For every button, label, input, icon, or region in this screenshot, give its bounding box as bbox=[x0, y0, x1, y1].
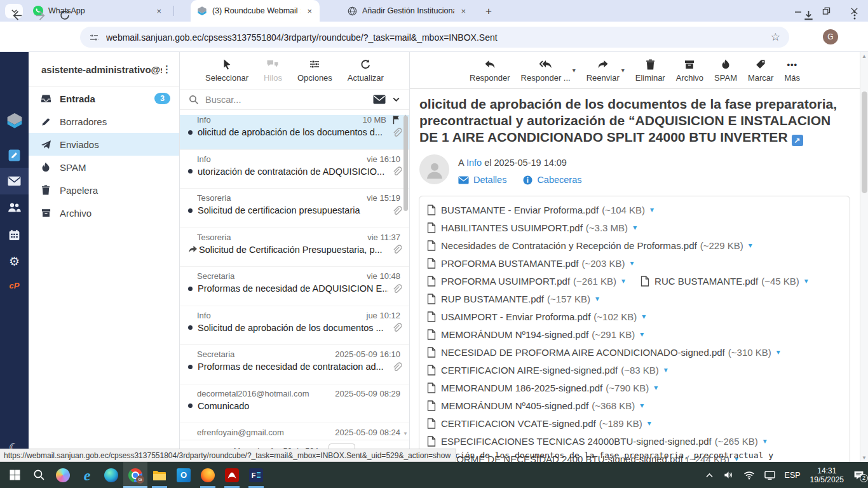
tray-expand-icon[interactable] bbox=[705, 472, 714, 478]
mail-nav-button[interactable] bbox=[0, 168, 29, 194]
url-text[interactable]: webmail.sanjuan.gob.ec/cpsess3137551804/… bbox=[106, 32, 764, 43]
content-scrollbar-thumb[interactable] bbox=[862, 92, 867, 193]
attachment-item[interactable]: PROFORMA BUSTAMANTE.pdf(~203 KB)▾ bbox=[427, 254, 634, 272]
attachment-menu-caret-icon[interactable]: ▾ bbox=[621, 276, 625, 285]
clock[interactable]: 14:3119/5/2025 bbox=[810, 466, 844, 484]
message-row[interactable]: Tesoreriavie 15:19Solicitud de certifica… bbox=[180, 193, 409, 228]
attachment-item[interactable]: CERTIFICACION VCATE-signed.pdf(~189 KB)▾ bbox=[427, 414, 651, 432]
folder-item-entrada[interactable]: Entrada3 bbox=[29, 87, 179, 110]
account-menu-button[interactable]: ⋮ bbox=[162, 64, 172, 75]
scroll-up-icon[interactable]: ▲ bbox=[862, 53, 867, 59]
list-scrollbar-thumb[interactable] bbox=[403, 116, 408, 211]
folder-item-papelera[interactable]: Papelera bbox=[29, 179, 179, 201]
mail-toolbar-más-button[interactable]: •••Más bbox=[784, 58, 800, 83]
tab-close-icon[interactable]: × bbox=[306, 6, 313, 16]
copilot-button[interactable] bbox=[51, 462, 75, 488]
content-scrollbar[interactable]: ▲ ▼ bbox=[860, 52, 868, 462]
chrome-button[interactable]: G bbox=[123, 462, 147, 488]
attachment-item[interactable]: BUSTAMANTE - Enviar Proforma.pdf(~104 KB… bbox=[427, 201, 654, 219]
select-button[interactable]: Seleccionar bbox=[205, 58, 248, 83]
acrobat-button[interactable] bbox=[220, 462, 244, 488]
compose-button[interactable] bbox=[0, 142, 29, 168]
message-row[interactable]: Secretariavie 10:48Proformas de necesida… bbox=[180, 271, 409, 306]
calendar-nav-button[interactable] bbox=[0, 222, 29, 248]
reload-button[interactable] bbox=[56, 6, 74, 24]
cpanel-button[interactable]: cP bbox=[0, 273, 29, 298]
attachment-menu-caret-icon[interactable]: ▾ bbox=[804, 276, 808, 285]
outlook-button[interactable]: O bbox=[172, 462, 196, 488]
attachment-item[interactable]: MEMORANDUM 186-2025-signed.pdf(~790 KB)▾ bbox=[427, 379, 658, 396]
tab-gestion[interactable]: Añadir Gestión Institucional | Pa × bbox=[341, 0, 473, 22]
bookmark-star-icon[interactable]: ☆ bbox=[771, 32, 780, 43]
recipient-link[interactable]: Info bbox=[466, 158, 482, 168]
scroll-down-icon[interactable]: ▼ bbox=[862, 455, 867, 461]
mail-toolbar-responder-button[interactable]: Responder ... bbox=[521, 58, 571, 83]
attachment-menu-caret-icon[interactable]: ▾ bbox=[640, 401, 644, 410]
wifi-icon[interactable] bbox=[743, 471, 755, 480]
fapp-button[interactable]: F bbox=[244, 462, 268, 488]
attachment-menu-caret-icon[interactable]: ▾ bbox=[654, 383, 658, 392]
external-link-icon[interactable]: ↗ bbox=[792, 135, 803, 146]
attachment-menu-caret-icon[interactable]: ▾ bbox=[640, 330, 644, 339]
attachment-menu-caret-icon[interactable]: ▾ bbox=[648, 419, 651, 428]
attachment-item[interactable]: CERTIFICACION AIRE-signed-signed.pdf(~83… bbox=[427, 361, 668, 379]
mail-toolbar-responder-button[interactable]: Responder bbox=[470, 58, 510, 83]
settings-nav-button[interactable]: ⚙ bbox=[0, 248, 29, 274]
message-row[interactable]: Info10 MBolicitud de aprobación de los d… bbox=[180, 115, 409, 150]
message-row[interactable]: Infojue 10:12Solicitud de aprobación de … bbox=[180, 311, 409, 346]
browser-menu-button[interactable] bbox=[846, 6, 864, 24]
attachment-item[interactable]: RUP BUSTAMANTE.pdf(~157 KB)▾ bbox=[427, 290, 599, 308]
attachment-menu-caret-icon[interactable]: ▾ bbox=[595, 294, 599, 303]
mail-toolbar-eliminar-button[interactable]: Eliminar bbox=[635, 58, 665, 83]
internet-explorer-button[interactable]: e bbox=[75, 462, 99, 488]
downloads-button[interactable] bbox=[799, 6, 817, 24]
url-bar[interactable]: webmail.sanjuan.gob.ec/cpsess3137551804/… bbox=[80, 27, 789, 48]
file-explorer-button[interactable] bbox=[147, 462, 172, 488]
attachment-item[interactable]: PROFORMA USUIMPORT.pdf(~261 KB)▾ bbox=[427, 272, 625, 290]
mail-toolbar-archivo-button[interactable]: Archivo bbox=[676, 58, 703, 83]
edge-button[interactable] bbox=[99, 462, 123, 488]
action-center-button[interactable]: 2 bbox=[853, 470, 864, 480]
search-input[interactable] bbox=[205, 95, 367, 105]
folder-item-spam[interactable]: SPAM bbox=[29, 156, 179, 179]
refresh-button[interactable]: Actualizar bbox=[348, 58, 384, 83]
scroll-down-icon[interactable]: ▼ bbox=[403, 431, 408, 437]
attachment-item[interactable]: NECESIDAD DE PROFORMA AIRE ACONDICIONADO… bbox=[427, 343, 780, 361]
attachment-item[interactable]: HABILITANTES USUIMPORT.pdf(~3.3 MB)▾ bbox=[427, 219, 637, 236]
connect-display-icon[interactable] bbox=[764, 470, 775, 480]
threads-button[interactable]: Hilos bbox=[264, 58, 282, 83]
search-scope-mail-icon[interactable] bbox=[373, 95, 386, 104]
tab-roundcube[interactable]: (3) Roundcube Webmail :: Envia × bbox=[191, 0, 320, 22]
attachment-item[interactable]: MEMORÁNDUM Nº405-signed.pdf(~368 KB)▾ bbox=[427, 396, 644, 414]
new-tab-button[interactable]: + bbox=[482, 4, 496, 18]
tab-close-icon[interactable]: × bbox=[459, 6, 467, 16]
attachment-menu-caret-icon[interactable]: ▾ bbox=[642, 312, 646, 321]
search-options-chevron-icon[interactable] bbox=[392, 95, 400, 104]
tab-close-icon[interactable]: × bbox=[155, 6, 163, 16]
mail-toolbar-spam-button[interactable]: SPAM bbox=[714, 58, 737, 83]
attachment-item[interactable]: USAIMPORT - Enviar Proforma.pdf(~102 KB)… bbox=[427, 308, 646, 325]
attachment-menu-caret-icon[interactable]: ▾ bbox=[664, 365, 668, 374]
details-link[interactable]: Detalles bbox=[458, 175, 506, 185]
attachment-item[interactable]: ESPECIFICACIONES TECNICAS 24000BTU-signe… bbox=[427, 432, 767, 450]
message-row[interactable]: decormetal2016@hotmail.com2025-05-09 08:… bbox=[180, 389, 409, 424]
headers-link[interactable]: Cabeceras bbox=[523, 175, 581, 185]
forward-button[interactable] bbox=[32, 6, 50, 24]
site-settings-icon[interactable] bbox=[89, 32, 99, 43]
attachment-menu-caret-icon[interactable]: ▾ bbox=[749, 241, 752, 250]
folder-item-archivo[interactable]: Archivo bbox=[29, 201, 179, 224]
attachment-item[interactable]: RUC BUSTAMANTE.pdf(~45 KB)▾ bbox=[641, 272, 808, 290]
attachment-menu-caret-icon[interactable]: ▾ bbox=[763, 437, 767, 445]
options-button[interactable]: Opciones bbox=[297, 58, 332, 83]
profile-avatar[interactable]: G bbox=[823, 29, 838, 44]
firefox-button[interactable] bbox=[196, 462, 220, 488]
language-indicator[interactable]: ESP bbox=[785, 471, 801, 480]
dropdown-caret-icon[interactable]: ▾ bbox=[573, 67, 576, 74]
folder-item-borradores[interactable]: Borradores bbox=[29, 110, 179, 133]
message-row[interactable]: Secretaria2025-05-09 16:10Proformas de n… bbox=[180, 349, 409, 384]
folder-item-enviados[interactable]: Enviados bbox=[29, 133, 179, 156]
back-button[interactable] bbox=[8, 6, 25, 24]
attachment-item[interactable]: Necesidades de Contratación y Recepción … bbox=[427, 236, 752, 254]
message-row[interactable]: Tesoreriavie 11:37Solicitud de Certifica… bbox=[180, 233, 409, 268]
mail-toolbar-marcar-button[interactable]: Marcar bbox=[748, 58, 773, 83]
